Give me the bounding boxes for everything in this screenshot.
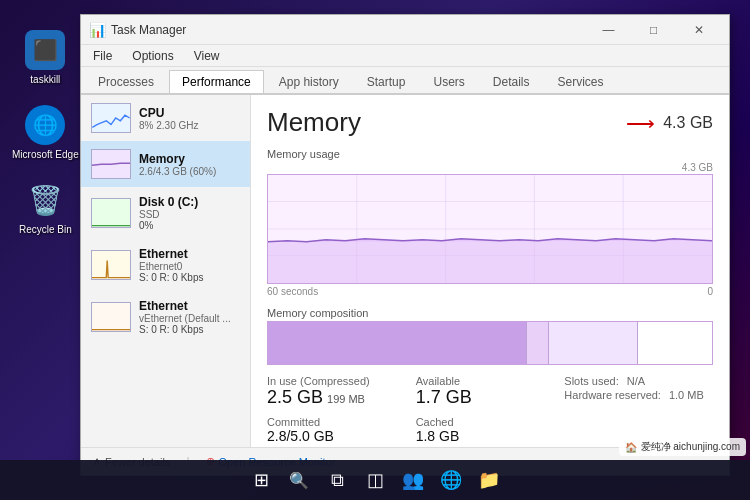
memory-info: Memory 2.6/4.3 GB (60%)	[139, 152, 240, 177]
tab-app-history[interactable]: App history	[266, 70, 352, 93]
usage-max-label: 4.3 GB	[682, 162, 713, 173]
watermark: 🏠 爱纯净 aichunjing.com	[619, 438, 746, 456]
slots-label: Slots used:	[564, 375, 618, 387]
maximize-button[interactable]: □	[631, 15, 676, 45]
stat-committed: Committed 2.8/5.0 GB	[267, 416, 416, 444]
cached-value: 1.8 GB	[416, 428, 565, 444]
available-label: Available	[416, 375, 565, 387]
memory-usage-graph	[267, 174, 713, 284]
stat-in-use: In use (Compressed) 2.5 GB 199 MB	[267, 375, 416, 408]
hw-reserved-value: 1.0 MB	[669, 389, 704, 401]
disk-info: Disk 0 (C:) SSD 0%	[139, 195, 240, 231]
in-use-label: In use (Compressed)	[267, 375, 416, 387]
title-bar: 📊 Task Manager — □ ✕	[81, 15, 729, 45]
arrow-icon: ⟶	[626, 111, 655, 135]
sidebar-item-ethernet1[interactable]: Ethernet Ethernet0 S: 0 R: 0 Kbps	[81, 239, 250, 291]
menu-file[interactable]: File	[89, 47, 116, 65]
tab-processes[interactable]: Processes	[85, 70, 167, 93]
stat-cached: Cached 1.8 GB	[416, 416, 565, 444]
comp-free	[637, 322, 712, 364]
sidebar: CPU 8% 2.30 GHz Memory 2.6/4.3 GB (60%)	[81, 95, 251, 447]
svg-rect-2	[92, 251, 130, 280]
hw-reserved-label: Hardware reserved:	[564, 389, 661, 401]
tab-services[interactable]: Services	[545, 70, 617, 93]
sidebar-item-disk[interactable]: Disk 0 (C:) SSD 0%	[81, 187, 250, 239]
comp-in-use	[268, 322, 526, 364]
usage-label: Memory usage	[267, 148, 713, 160]
cached-label: Cached	[416, 416, 565, 428]
desktop-icon-edge-label: Microsoft Edge	[12, 149, 79, 160]
eth2-info: Ethernet vEthernet (Default ... S: 0 R: …	[139, 299, 240, 335]
title-bar-controls: — □ ✕	[586, 15, 721, 45]
taskbar: ⊞ 🔍 ⧉ ◫ 👥 🌐 📁	[0, 460, 750, 500]
memory-total-value: 4.3 GB	[663, 114, 713, 132]
time-left: 60 seconds	[267, 286, 318, 297]
svg-rect-3	[92, 303, 130, 332]
desktop-icon-recycle-label: Recycle Bin	[19, 224, 72, 235]
memory-size-indicator: ⟶ 4.3 GB	[626, 111, 713, 135]
available-value: 1.7 GB	[416, 387, 565, 408]
committed-value: 2.8/5.0 GB	[267, 428, 416, 444]
memory-title: Memory	[267, 107, 361, 138]
in-use-sub: 199 MB	[327, 393, 365, 405]
taskbar-explorer[interactable]: 📁	[473, 464, 505, 496]
sidebar-item-ethernet2[interactable]: Ethernet vEthernet (Default ... S: 0 R: …	[81, 291, 250, 343]
eth2-sub: vEthernet (Default ...	[139, 313, 240, 324]
memory-composition-graph	[267, 321, 713, 365]
tab-startup[interactable]: Startup	[354, 70, 419, 93]
taskbar-task-view[interactable]: ⧉	[321, 464, 353, 496]
desktop-icons: ⬛ taskkill 🌐 Microsoft Edge 🗑️ Recycle B…	[12, 30, 79, 235]
close-button[interactable]: ✕	[676, 15, 721, 45]
committed-label: Committed	[267, 416, 416, 428]
desktop-icon-recycle[interactable]: 🗑️ Recycle Bin	[19, 180, 72, 235]
tab-users[interactable]: Users	[420, 70, 477, 93]
watermark-text: 爱纯净 aichunjing.com	[641, 440, 740, 454]
time-right: 0	[707, 286, 713, 297]
window-title: Task Manager	[111, 23, 586, 37]
cpu-mini-chart	[91, 103, 131, 133]
menu-options[interactable]: Options	[128, 47, 177, 65]
tab-details[interactable]: Details	[480, 70, 543, 93]
memory-name: Memory	[139, 152, 240, 166]
graph-time-bar: 60 seconds 0	[267, 286, 713, 297]
task-manager-window: 📊 Task Manager — □ ✕ File Options View P…	[80, 14, 730, 476]
tab-bar: Processes Performance App history Startu…	[81, 67, 729, 95]
sidebar-item-cpu[interactable]: CPU 8% 2.30 GHz	[81, 95, 250, 141]
cpu-sub: 8% 2.30 GHz	[139, 120, 240, 131]
minimize-button[interactable]: —	[586, 15, 631, 45]
desktop-icon-taskkill[interactable]: ⬛ taskkill	[25, 30, 65, 85]
sidebar-item-memory[interactable]: Memory 2.6/4.3 GB (60%)	[81, 141, 250, 187]
watermark-icon: 🏠	[625, 442, 637, 453]
eth1-info: Ethernet Ethernet0 S: 0 R: 0 Kbps	[139, 247, 240, 283]
eth2-sub3: S: 0 R: 0 Kbps	[139, 324, 240, 335]
disk-sub: SSD	[139, 209, 240, 220]
svg-rect-1	[92, 199, 130, 228]
taskbar-start-button[interactable]: ⊞	[245, 464, 277, 496]
memory-header: Memory ⟶ 4.3 GB	[267, 107, 713, 138]
slots-value: N/A	[627, 375, 645, 387]
taskbar-edge[interactable]: 🌐	[435, 464, 467, 496]
tab-performance[interactable]: Performance	[169, 70, 264, 93]
cpu-name: CPU	[139, 106, 240, 120]
stat-slots: Slots used: N/A Hardware reserved: 1.0 M…	[564, 375, 713, 408]
desktop-icon-edge[interactable]: 🌐 Microsoft Edge	[12, 105, 79, 160]
svg-marker-12	[268, 239, 712, 283]
memory-sub: 2.6/4.3 GB (60%)	[139, 166, 240, 177]
in-use-value: 2.5 GB	[267, 387, 323, 408]
menu-view[interactable]: View	[190, 47, 224, 65]
taskbar-search-button[interactable]: 🔍	[283, 464, 315, 496]
right-panel: Memory ⟶ 4.3 GB Memory usage 4.3 GB	[251, 95, 729, 447]
eth1-sub: Ethernet0	[139, 261, 240, 272]
eth2-name: Ethernet	[139, 299, 240, 313]
eth1-mini-chart	[91, 250, 131, 280]
composition-label: Memory composition	[267, 307, 713, 319]
taskbar-teams[interactable]: 👥	[397, 464, 429, 496]
disk-name: Disk 0 (C:)	[139, 195, 240, 209]
eth1-sub3: S: 0 R: 0 Kbps	[139, 272, 240, 283]
memory-mini-chart	[91, 149, 131, 179]
desktop-icon-label: taskkill	[30, 74, 60, 85]
taskbar-widgets[interactable]: ◫	[359, 464, 391, 496]
eth1-name: Ethernet	[139, 247, 240, 261]
comp-modified	[526, 322, 548, 364]
comp-standby	[548, 322, 637, 364]
